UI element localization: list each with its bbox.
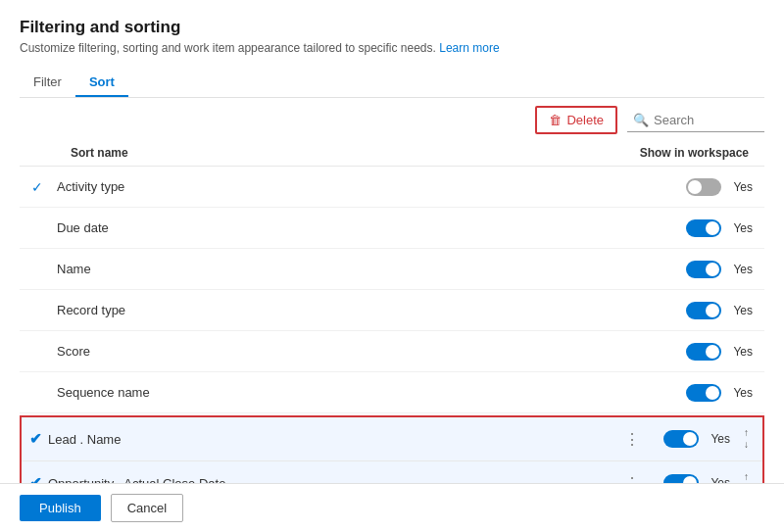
tab-sort[interactable]: Sort: [75, 69, 128, 97]
row-name: Sequence name: [57, 385, 150, 400]
table-row: Name Yes: [20, 249, 764, 290]
table-header: Sort name Show in workspace: [20, 140, 764, 166]
row-name: Score: [57, 344, 90, 359]
toggle-score[interactable]: [686, 343, 721, 361]
toggle-name[interactable]: [686, 261, 721, 278]
row-more-options[interactable]: ⋮: [616, 430, 648, 449]
toggle-label: Yes: [733, 263, 753, 276]
trash-icon: 🗑: [549, 113, 562, 127]
page-subtitle-text: Customize filtering, sorting and work it…: [20, 41, 439, 55]
toggle-activity-type[interactable]: [686, 178, 721, 196]
arrow-up-button[interactable]: ↑: [742, 427, 751, 439]
toggle-record-type[interactable]: [686, 302, 721, 319]
search-box: 🔍: [627, 109, 764, 132]
toggle-due-date[interactable]: [686, 219, 721, 237]
row-name: Name: [57, 262, 91, 276]
learn-more-link[interactable]: Learn more: [439, 41, 499, 55]
delete-label: Delete: [566, 113, 604, 127]
table-row: Record type Yes: [20, 290, 764, 331]
search-icon: 🔍: [633, 113, 649, 127]
table-row: Score Yes: [20, 331, 764, 372]
toggle-label: Yes: [733, 304, 753, 317]
col-show: Show in workspace: [640, 146, 753, 160]
table-body: ✓ Activity type Yes Due date Yes Nam: [20, 166, 764, 507]
table-row: Sequence name Yes: [20, 372, 764, 413]
page-title: Filtering and sorting: [20, 18, 764, 37]
table-row: Due date Yes: [20, 208, 764, 249]
row-check-icon: ✓: [31, 179, 49, 195]
row-name: Lead . Name: [48, 432, 121, 447]
row-name: Due date: [57, 220, 109, 235]
row-name: Activity type: [57, 179, 124, 194]
cancel-button[interactable]: Cancel: [111, 494, 183, 522]
toggle-label: Yes: [733, 386, 753, 400]
tab-filter[interactable]: Filter: [20, 69, 75, 97]
toggle-label: Yes: [733, 221, 753, 235]
toggle-label: Yes: [733, 345, 753, 359]
bottom-bar: Publish Cancel: [0, 483, 784, 532]
toggle-label: Yes: [733, 180, 753, 194]
sort-arrows: ↑ ↓: [742, 427, 751, 451]
publish-button[interactable]: Publish: [20, 495, 101, 521]
row-name: Record type: [57, 303, 125, 317]
table-row: ✓ Activity type Yes: [20, 167, 764, 208]
toggle-sequence-name[interactable]: [686, 384, 721, 402]
toolbar: 🗑 Delete 🔍: [20, 98, 764, 140]
col-sort-name: Sort name: [71, 146, 128, 160]
toggle-label: Yes: [710, 432, 730, 446]
delete-button[interactable]: 🗑 Delete: [535, 106, 617, 134]
search-input[interactable]: [654, 113, 761, 127]
arrow-down-button[interactable]: ↓: [742, 439, 751, 451]
tabs-bar: Filter Sort: [20, 69, 764, 98]
toggle-lead-name[interactable]: [663, 430, 699, 448]
row-checkbox-checked[interactable]: ✔: [29, 430, 42, 448]
table-row-selected: ✔ Lead . Name ⋮ Yes ↑ ↓: [22, 417, 762, 460]
arrow-up-button[interactable]: ↑: [742, 471, 751, 483]
